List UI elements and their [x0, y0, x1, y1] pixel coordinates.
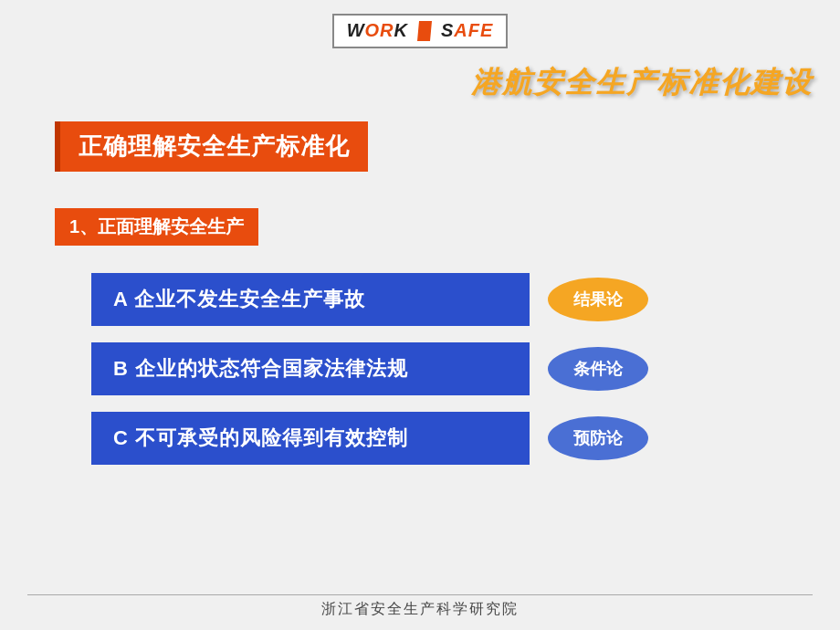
- oval-tag-c: 预防论: [548, 416, 648, 460]
- oval-text-a: 结果论: [573, 289, 623, 310]
- blue-bar-text-a: A 企业不发生安全生产事故: [113, 288, 365, 310]
- blue-bar-b: B 企业的状态符合国家法律法规: [91, 342, 530, 395]
- oval-text-c: 预防论: [573, 427, 623, 449]
- oval-text-b: 条件论: [573, 358, 623, 380]
- bottom-divider: [27, 594, 813, 595]
- sub-heading-wrapper: 1、正面理解安全生产: [0, 188, 840, 246]
- logo-work: WORK: [347, 20, 408, 41]
- footer: 浙江省安全生产科学研究院: [0, 600, 840, 619]
- main-title: 港航安全生产标准化建设: [471, 63, 813, 103]
- logo-box: WORK SAFE: [332, 14, 509, 48]
- oval-tag-a: 结果论: [548, 278, 648, 321]
- row-item-b: B 企业的状态符合国家法律法规 条件论: [91, 342, 813, 395]
- blue-bar-c: C 不可承受的风险得到有效控制: [91, 412, 530, 465]
- section-heading: 正确理解安全生产标准化: [55, 121, 368, 172]
- logo-safe: SAFE: [441, 20, 493, 41]
- section-heading-text: 正确理解安全生产标准化: [79, 132, 350, 160]
- svg-marker-0: [417, 21, 432, 41]
- slide: WORK SAFE 港航安全生产标准化建设 正确理解安全生产标准化 1、正面理解…: [0, 0, 840, 630]
- sub-heading: 1、正面理解安全生产: [55, 208, 258, 246]
- title-area: 港航安全生产标准化建设: [0, 57, 840, 107]
- content-area: A 企业不发生安全生产事故 结果论 B 企业的状态符合国家法律法规 条件论 C …: [0, 255, 840, 465]
- footer-text: 浙江省安全生产科学研究院: [321, 601, 519, 616]
- sub-heading-text: 1、正面理解安全生产: [69, 216, 244, 236]
- blue-bar-text-b: B 企业的状态符合国家法律法规: [113, 357, 408, 380]
- blue-bar-text-c: C 不可承受的风险得到有效控制: [113, 426, 408, 449]
- logo-slash-icon: [412, 19, 437, 43]
- top-bar: WORK SAFE: [0, 0, 840, 57]
- section-heading-wrapper: 正确理解安全生产标准化: [0, 114, 840, 172]
- oval-tag-b: 条件论: [548, 347, 648, 391]
- row-item-a: A 企业不发生安全生产事故 结果论: [91, 273, 813, 326]
- row-item-c: C 不可承受的风险得到有效控制 预防论: [91, 412, 813, 465]
- blue-bar-a: A 企业不发生安全生产事故: [91, 273, 530, 326]
